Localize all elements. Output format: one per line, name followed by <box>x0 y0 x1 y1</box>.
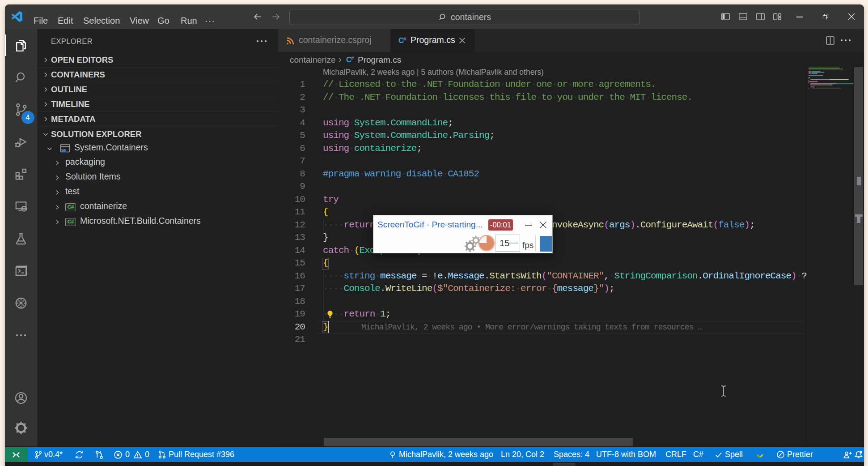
svg-text:#: # <box>351 56 354 61</box>
svg-text:#: # <box>403 36 406 42</box>
